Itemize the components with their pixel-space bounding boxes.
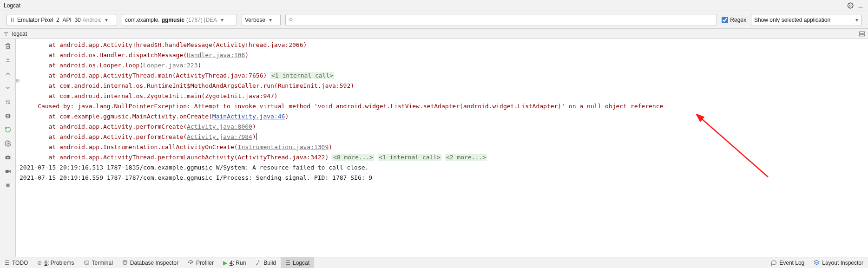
chevron-down-icon: ▾: [105, 17, 108, 23]
log-line: at android.app.Activity.performCreate(Ac…: [20, 122, 868, 132]
camera-icon[interactable]: [4, 153, 12, 162]
build-tab[interactable]: Build: [250, 257, 281, 268]
log-line: at android.app.ActivityThread.performLau…: [20, 152, 868, 163]
log-scroll[interactable]: ⊞ at android.app.ActivityThread$H.handle…: [16, 39, 868, 257]
svg-rect-18: [6, 184, 9, 187]
wrap-icon[interactable]: [4, 98, 12, 106]
fold-chip[interactable]: <8 more...>: [332, 154, 374, 161]
filter-icon[interactable]: [3, 31, 9, 37]
terminal-label: Terminal: [92, 260, 113, 266]
source-link[interactable]: Instrumentation.java:1309: [238, 144, 329, 150]
source-link[interactable]: MainActivity.java:46: [212, 113, 285, 120]
device-selector[interactable]: Emulator Pixel_2_API_30 Androic ▾: [7, 14, 117, 26]
filter-toolbar: Emulator Pixel_2_API_30 Androic ▾ com.ex…: [0, 11, 868, 29]
source-link[interactable]: Handler.java:106: [187, 52, 245, 59]
svg-rect-16: [5, 170, 8, 173]
todo-tab[interactable]: ☰ TODO: [0, 257, 33, 268]
process-bold: ggmusic: [162, 17, 184, 23]
search-icon: [289, 17, 294, 23]
logcat-tab[interactable]: ☰ Logcat: [281, 257, 314, 268]
panel-titlebar: Logcat: [0, 0, 868, 11]
svg-rect-10: [860, 34, 865, 36]
terminal-icon: [84, 260, 90, 265]
scroll-to-end-icon[interactable]: [4, 56, 12, 64]
search-field[interactable]: [285, 14, 717, 26]
logcat-label: Logcat: [293, 260, 309, 266]
subheader-bar: logcat: [0, 29, 868, 39]
layout-inspector-tab[interactable]: Layout Inspector: [809, 257, 868, 268]
warning-icon: ⊘: [37, 260, 42, 266]
chevron-down-icon: ▾: [855, 17, 858, 23]
log-line: at android.app.ActivityThread.main(Activ…: [20, 71, 868, 81]
restart-icon[interactable]: [4, 125, 12, 134]
play-icon: ▶: [223, 260, 227, 266]
list-icon: ☰: [5, 260, 10, 266]
log-line: 2021-07-15 20:19:16.559 1787-1787/com.ex…: [20, 173, 868, 183]
run-tab[interactable]: ▶ 4: Run: [218, 257, 250, 268]
stop-icon[interactable]: [4, 181, 12, 190]
speech-icon: [771, 260, 777, 266]
chevron-down-icon: ▾: [269, 17, 272, 23]
fold-marker-icon[interactable]: ⊞: [16, 78, 20, 83]
app-filter-selector[interactable]: Show only selected application ▾: [751, 14, 861, 26]
profiler-tab[interactable]: Profiler: [183, 257, 218, 268]
log-line: at com.example.ggmusic.MainActivity.onCr…: [20, 111, 868, 122]
up-icon[interactable]: [4, 70, 12, 78]
log-line: at android.app.ActivityThread$H.handleMe…: [20, 40, 868, 50]
log-line: 2021-07-15 20:19:16.513 1787-1835/com.ex…: [20, 163, 868, 173]
status-bar: ☰ TODO ⊘ 6: Problems Terminal Database I…: [0, 257, 868, 268]
svg-marker-25: [814, 260, 819, 263]
log-level-selector[interactable]: Verbose ▾: [242, 14, 281, 26]
svg-point-0: [849, 5, 851, 7]
layers-icon: [814, 260, 820, 266]
log-line: at android.os.Handler.dispatchMessage(Ha…: [20, 50, 868, 60]
database-icon: [122, 260, 128, 266]
print-icon[interactable]: [4, 111, 12, 120]
log-line: at com.android.internal.os.RuntimeInit$M…: [20, 81, 868, 91]
fold-chip[interactable]: <1 internal call>: [378, 154, 441, 161]
source-link[interactable]: Looper.java:223: [143, 62, 197, 69]
process-suffix: (1787) [DEA: [186, 17, 217, 23]
log-output: at android.app.ActivityThread$H.handleMe…: [16, 39, 868, 187]
todo-label: TODO: [12, 260, 28, 266]
layout-inspector-label: Layout Inspector: [822, 260, 863, 266]
gauge-icon: [188, 260, 194, 266]
regex-checkbox[interactable]: [722, 17, 728, 23]
svg-rect-20: [84, 261, 88, 264]
panel-title: Logcat: [4, 2, 20, 9]
log-main: ⊞ at android.app.ActivityThread$H.handle…: [0, 39, 868, 257]
build-label: Build: [263, 260, 276, 266]
source-link[interactable]: Activity.java:7984: [187, 133, 252, 140]
database-label: Database Inspector: [130, 260, 178, 266]
source-link[interactable]: Activity.java:8000: [187, 123, 252, 130]
trash-icon[interactable]: [4, 42, 12, 50]
gear-icon[interactable]: [847, 2, 854, 9]
profiler-label: Profiler: [196, 260, 214, 266]
fold-chip[interactable]: <1 internal call>: [270, 72, 334, 79]
settings-icon[interactable]: [4, 139, 12, 148]
fold-chip[interactable]: <2 more...>: [445, 154, 487, 161]
svg-line-5: [292, 20, 293, 22]
record-icon[interactable]: [4, 167, 12, 176]
run-label: 4: Run: [230, 260, 246, 266]
terminal-tab[interactable]: Terminal: [79, 257, 118, 268]
minimize-icon[interactable]: [857, 2, 864, 9]
event-log-tab[interactable]: Event Log: [766, 257, 809, 268]
problems-tab[interactable]: ⊘ 6: Problems: [33, 257, 79, 268]
subheader-label: logcat: [12, 31, 27, 37]
chevron-down-icon: ▾: [221, 17, 224, 23]
device-icon: [10, 17, 15, 23]
app-filter-label: Show only selected application: [754, 17, 830, 23]
svg-point-4: [289, 18, 292, 21]
event-log-label: Event Log: [779, 260, 804, 266]
log-gutter: [0, 39, 16, 257]
down-icon[interactable]: [4, 84, 12, 92]
process-selector[interactable]: com.example.ggmusic (1787) [DEA ▾: [122, 14, 237, 26]
search-input[interactable]: [296, 17, 714, 23]
layout-settings-icon[interactable]: [859, 31, 865, 37]
database-inspector-tab[interactable]: Database Inspector: [118, 257, 183, 268]
svg-point-15: [7, 157, 9, 159]
regex-toggle[interactable]: Regex: [722, 17, 746, 23]
log-line: at android.app.Instrumentation.callActiv…: [20, 142, 868, 152]
regex-label: Regex: [730, 17, 746, 23]
